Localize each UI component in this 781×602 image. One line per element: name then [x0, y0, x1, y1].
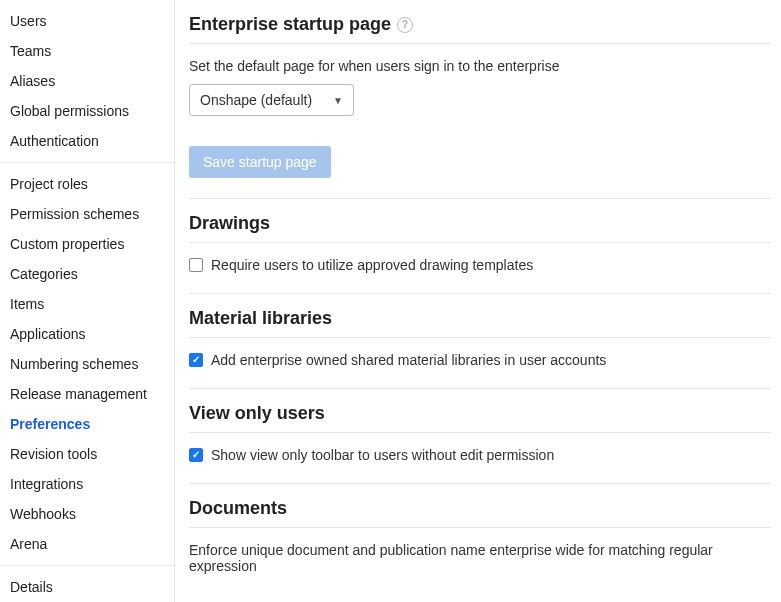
section-title-drawings: Drawings [189, 213, 270, 234]
material-checkbox-row[interactable]: Add enterprise owned shared material lib… [189, 352, 771, 368]
sidebar-item-details[interactable]: Details [0, 572, 174, 602]
startup-page-selected: Onshape (default) [200, 92, 312, 108]
sidebar-item-arena[interactable]: Arena [0, 529, 174, 559]
section-title-startup: Enterprise startup page [189, 14, 391, 35]
sidebar-group-0: Users Teams Aliases Global permissions A… [0, 6, 174, 163]
sidebar-item-preferences[interactable]: Preferences [0, 409, 174, 439]
section-title-material: Material libraries [189, 308, 332, 329]
startup-description: Set the default page for when users sign… [189, 58, 771, 74]
drawings-checkbox-label: Require users to utilize approved drawin… [211, 257, 533, 273]
drawings-checkbox[interactable] [189, 258, 203, 272]
material-checkbox[interactable] [189, 353, 203, 367]
section-header-documents: Documents [189, 483, 771, 528]
section-header-material: Material libraries [189, 293, 771, 338]
chevron-down-icon: ▼ [333, 95, 343, 106]
section-body-drawings: Require users to utilize approved drawin… [189, 243, 771, 293]
sidebar-item-release-management[interactable]: Release management [0, 379, 174, 409]
material-checkbox-label: Add enterprise owned shared material lib… [211, 352, 606, 368]
sidebar-item-global-permissions[interactable]: Global permissions [0, 96, 174, 126]
drawings-checkbox-row[interactable]: Require users to utilize approved drawin… [189, 257, 771, 273]
sidebar-item-categories[interactable]: Categories [0, 259, 174, 289]
sidebar-item-aliases[interactable]: Aliases [0, 66, 174, 96]
section-body-startup: Set the default page for when users sign… [189, 44, 771, 198]
viewonly-checkbox-row[interactable]: Show view only toolbar to users without … [189, 447, 771, 463]
section-header-drawings: Drawings [189, 198, 771, 243]
section-body-viewonly: Show view only toolbar to users without … [189, 433, 771, 483]
section-header-startup: Enterprise startup page ? [189, 0, 771, 44]
sidebar: Users Teams Aliases Global permissions A… [0, 0, 175, 602]
sidebar-item-authentication[interactable]: Authentication [0, 126, 174, 156]
sidebar-item-numbering-schemes[interactable]: Numbering schemes [0, 349, 174, 379]
help-icon[interactable]: ? [397, 17, 413, 33]
sidebar-group-2: Details [0, 572, 174, 602]
save-startup-button[interactable]: Save startup page [189, 146, 331, 178]
section-header-viewonly: View only users [189, 388, 771, 433]
sidebar-item-webhooks[interactable]: Webhooks [0, 499, 174, 529]
section-body-documents: Enforce unique document and publication … [189, 528, 771, 602]
viewonly-checkbox[interactable] [189, 448, 203, 462]
sidebar-item-project-roles[interactable]: Project roles [0, 169, 174, 199]
sidebar-item-users[interactable]: Users [0, 6, 174, 36]
sidebar-item-custom-properties[interactable]: Custom properties [0, 229, 174, 259]
sidebar-item-revision-tools[interactable]: Revision tools [0, 439, 174, 469]
section-body-material: Add enterprise owned shared material lib… [189, 338, 771, 388]
sidebar-item-items[interactable]: Items [0, 289, 174, 319]
sidebar-item-teams[interactable]: Teams [0, 36, 174, 66]
startup-page-select[interactable]: Onshape (default) ▼ [189, 84, 354, 116]
sidebar-item-applications[interactable]: Applications [0, 319, 174, 349]
sidebar-item-permission-schemes[interactable]: Permission schemes [0, 199, 174, 229]
sidebar-item-integrations[interactable]: Integrations [0, 469, 174, 499]
viewonly-checkbox-label: Show view only toolbar to users without … [211, 447, 554, 463]
main-content: Enterprise startup page ? Set the defaul… [175, 0, 781, 602]
section-title-viewonly: View only users [189, 403, 325, 424]
sidebar-group-1: Project roles Permission schemes Custom … [0, 169, 174, 566]
section-title-documents: Documents [189, 498, 287, 519]
documents-description: Enforce unique document and publication … [189, 542, 771, 574]
